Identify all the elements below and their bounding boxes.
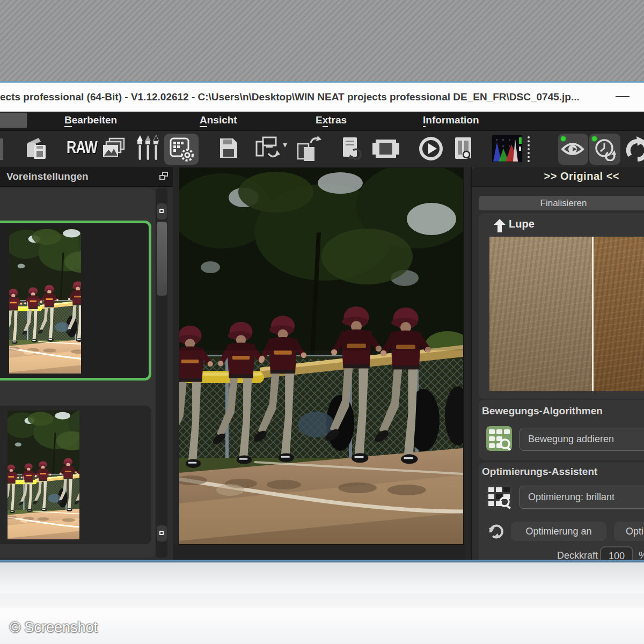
play-icon[interactable] bbox=[419, 136, 444, 162]
document-preview-icon[interactable] bbox=[452, 136, 476, 162]
titlebar: ects professional (64-Bit) - V1.12.02612… bbox=[0, 81, 644, 112]
main-content: Voreinstellungen bbox=[0, 167, 644, 560]
eye-icon bbox=[561, 142, 585, 158]
optimization-preset-dropdown[interactable]: Optimierung: brillant bbox=[519, 486, 644, 509]
optimization-on-button[interactable]: Optimierung an bbox=[511, 522, 606, 541]
optimization-section: Optimierungs-Assistent Optimierung: bril… bbox=[479, 463, 644, 560]
optimization-preset-icon[interactable] bbox=[486, 485, 512, 509]
compare-view-button[interactable] bbox=[558, 134, 588, 165]
histogram-icon[interactable] bbox=[492, 135, 525, 164]
preset-thumbnail-selected[interactable] bbox=[0, 221, 151, 380]
menubar: Bearbeiten Ansicht Extras Information bbox=[0, 112, 644, 130]
optimization-off-button[interactable]: Optimierung aus bbox=[614, 522, 644, 541]
save-icon[interactable] bbox=[217, 136, 240, 160]
preview-area-margin bbox=[173, 545, 465, 560]
minimize-button[interactable]: — bbox=[611, 84, 634, 107]
opacity-label: Deckkraft bbox=[557, 550, 598, 560]
lupe-preview bbox=[489, 237, 644, 391]
toolbar: RAW bbox=[0, 130, 644, 167]
document-restore-icon[interactable] bbox=[340, 136, 364, 162]
history-compare-button[interactable] bbox=[589, 134, 620, 165]
lupe-label: Lupe bbox=[509, 218, 535, 230]
motion-algorithm-section: Bewegungs-Algorithmen Bewegung addieren bbox=[479, 400, 644, 460]
app-window: ects professional (64-Bit) - V1.12.02612… bbox=[0, 81, 644, 562]
menu-bearbeiten[interactable]: Bearbeiten bbox=[64, 114, 117, 126]
raw-import-icon[interactable]: RAW bbox=[67, 138, 97, 157]
menu-extras[interactable]: Extras bbox=[316, 114, 347, 126]
presets-panel-header: Voreinstellungen bbox=[0, 167, 173, 187]
crop-frame-icon[interactable] bbox=[371, 138, 400, 160]
presets-panel-title: Voreinstellungen bbox=[6, 171, 89, 182]
grid-gear-icon bbox=[169, 137, 195, 163]
toolbar-separator bbox=[528, 136, 530, 162]
redo-icon[interactable] bbox=[626, 135, 644, 163]
clipped-icon bbox=[0, 138, 3, 160]
motion-algorithm-icon[interactable] bbox=[486, 426, 512, 451]
status-dot bbox=[561, 136, 566, 141]
window-title: ects professional (64-Bit) - V1.12.02612… bbox=[0, 91, 606, 103]
copy-image-icon[interactable] bbox=[295, 135, 323, 164]
preset-thumbnail-image bbox=[8, 411, 79, 539]
optimization-section-title: Optimierungs-Assistent bbox=[482, 466, 597, 478]
new-project-icon[interactable] bbox=[24, 136, 48, 161]
settings-panel: >> Original << Finalisieren Lupe Bewegun… bbox=[471, 167, 644, 560]
preset-scrollbar-thumb[interactable] bbox=[157, 222, 167, 296]
opacity-unit: % bbox=[639, 550, 644, 560]
scroll-down-button[interactable] bbox=[157, 525, 167, 541]
presets-panel: Voreinstellungen bbox=[0, 167, 173, 560]
batch-processing-icon[interactable] bbox=[255, 136, 283, 162]
lupe-section: Lupe bbox=[479, 213, 644, 399]
image-stack-icon[interactable] bbox=[101, 137, 127, 161]
clock-refresh-icon bbox=[594, 138, 617, 161]
main-preview-image[interactable] bbox=[179, 167, 464, 545]
original-toggle-header[interactable]: >> Original << bbox=[472, 167, 644, 187]
finalize-button[interactable]: Finalisieren bbox=[479, 196, 644, 210]
menu-ansicht[interactable]: Ansicht bbox=[200, 114, 237, 126]
undock-panel-icon[interactable] bbox=[159, 172, 169, 181]
brushes-icon[interactable] bbox=[135, 134, 162, 164]
opacity-input[interactable] bbox=[600, 546, 633, 560]
edit-mode-button-active[interactable] bbox=[164, 134, 199, 165]
lupe-before-image bbox=[489, 237, 592, 391]
footer-shade bbox=[0, 594, 644, 608]
lupe-after-image bbox=[594, 237, 644, 391]
scroll-up-button[interactable] bbox=[157, 203, 167, 219]
arrow-up-icon bbox=[494, 219, 506, 233]
footer-band: © Screenshot bbox=[0, 562, 644, 644]
credit-text: © Screenshot bbox=[10, 619, 98, 636]
batch-dropdown-caret[interactable]: ▾ bbox=[283, 140, 287, 150]
menu-information[interactable]: Information bbox=[423, 114, 479, 126]
menu-stub-button bbox=[0, 113, 27, 128]
preset-thumbnail-image bbox=[9, 228, 81, 374]
motion-algorithm-dropdown[interactable]: Bewegung addieren bbox=[519, 428, 644, 451]
motion-section-title: Bewegungs-Algorithmen bbox=[482, 405, 603, 417]
original-toggle-label: >> Original << bbox=[544, 170, 619, 182]
preset-thumbnail[interactable] bbox=[0, 406, 151, 544]
desktop-hatched-band bbox=[0, 0, 644, 81]
reset-refresh-icon[interactable] bbox=[487, 522, 506, 540]
